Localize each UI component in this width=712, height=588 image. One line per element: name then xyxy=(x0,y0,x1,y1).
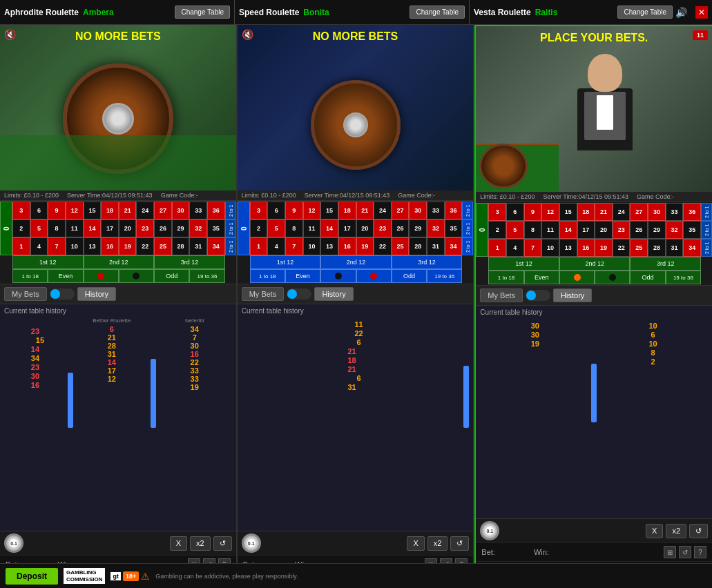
num2-17[interactable]: 17 xyxy=(338,219,356,237)
side-2to1-mid[interactable]: 2 to 1 xyxy=(225,219,236,237)
num2-22[interactable]: 22 xyxy=(374,237,392,255)
num2-19[interactable]: 19 xyxy=(356,237,374,255)
num2-25[interactable]: 25 xyxy=(392,237,410,255)
num2-3[interactable]: 3 xyxy=(250,202,268,219)
chance2-1to18[interactable]: 1 to 18 xyxy=(250,269,285,283)
chance3-even[interactable]: Even xyxy=(524,271,559,284)
dozen-1st-12-1[interactable]: 1st 12 xyxy=(12,255,84,269)
num-32[interactable]: 32 xyxy=(189,219,207,237)
num-6[interactable]: 6 xyxy=(30,202,48,219)
num2-15[interactable]: 15 xyxy=(320,202,338,219)
chance3-1to18[interactable]: 1 to 18 xyxy=(488,271,523,284)
chance2-black[interactable] xyxy=(320,269,356,283)
num-23[interactable]: 23 xyxy=(136,219,154,237)
num-10[interactable]: 10 xyxy=(66,237,84,255)
chip-3[interactable]: 0.1 xyxy=(480,521,499,540)
chance2-red[interactable] xyxy=(356,269,392,283)
num-33[interactable]: 33 xyxy=(189,202,207,219)
toggle-1[interactable] xyxy=(50,288,75,300)
chance3-red[interactable] xyxy=(559,271,595,284)
chance-1to18-1[interactable]: 1 to 18 xyxy=(12,269,48,283)
zero-cell-1[interactable]: 0 xyxy=(0,202,12,255)
num2-10[interactable]: 10 xyxy=(303,237,321,255)
num2-36[interactable]: 36 xyxy=(445,202,463,219)
icon-btn-3c[interactable]: ? xyxy=(694,546,706,558)
history-tab-3[interactable]: History xyxy=(553,288,592,302)
chance-black-1[interactable] xyxy=(119,269,154,283)
side2-2to1-bot[interactable]: 2 to 1 xyxy=(462,237,473,255)
icon-btn-3b[interactable]: ↺ xyxy=(679,546,691,558)
num-24[interactable]: 24 xyxy=(136,202,154,219)
num-29[interactable]: 29 xyxy=(172,219,190,237)
dozen-3rd-12-1[interactable]: 3rd 12 xyxy=(154,255,225,269)
num-2[interactable]: 2 xyxy=(12,219,30,237)
num2-30[interactable]: 30 xyxy=(409,202,427,219)
num-9[interactable]: 9 xyxy=(48,202,66,219)
num2-26[interactable]: 26 xyxy=(392,219,410,237)
num2-8[interactable]: 8 xyxy=(285,219,303,237)
num-31[interactable]: 31 xyxy=(189,237,207,255)
dozen2-2nd-12[interactable]: 2nd 12 xyxy=(320,255,392,269)
side-2to1-bot[interactable]: 2 to 1 xyxy=(225,237,236,255)
num2-29[interactable]: 29 xyxy=(409,219,427,237)
num2-21[interactable]: 21 xyxy=(356,202,374,219)
num2-28[interactable]: 28 xyxy=(409,237,427,255)
num-35[interactable]: 35 xyxy=(207,219,225,237)
num2-31[interactable]: 31 xyxy=(427,237,445,255)
num2-20[interactable]: 20 xyxy=(356,219,374,237)
chance-red-1[interactable] xyxy=(84,269,119,283)
clear-btn-3[interactable]: X xyxy=(646,524,663,538)
num-19[interactable]: 19 xyxy=(119,237,137,255)
double-btn-1[interactable]: x2 xyxy=(190,536,211,551)
side3-2to1-bot[interactable]: 2 to 1 xyxy=(701,239,712,257)
num-20[interactable]: 20 xyxy=(119,219,137,237)
undo-btn-1[interactable]: ↺ xyxy=(213,536,232,551)
num2-13[interactable]: 13 xyxy=(320,237,338,255)
deposit-button[interactable]: Deposit xyxy=(6,568,58,585)
num2-1[interactable]: 1 xyxy=(250,237,268,255)
num2-24[interactable]: 24 xyxy=(374,202,392,219)
num2-34[interactable]: 34 xyxy=(445,237,463,255)
clear-btn-2[interactable]: X xyxy=(407,536,424,551)
undo-btn-2[interactable]: ↺ xyxy=(450,536,469,551)
num2-6[interactable]: 6 xyxy=(267,202,285,219)
dozen2-1st-12[interactable]: 1st 12 xyxy=(250,255,321,269)
num-1[interactable]: 1 xyxy=(12,237,30,255)
num-27[interactable]: 27 xyxy=(154,202,172,219)
num2-33[interactable]: 33 xyxy=(427,202,445,219)
side2-2to1-mid[interactable]: 2 to 1 xyxy=(462,219,473,237)
chance-odd-1[interactable]: Odd xyxy=(154,269,189,283)
zero-cell-2[interactable]: 0 xyxy=(238,202,250,255)
side2-2to1-top[interactable]: 2 to 1 xyxy=(462,202,473,219)
num-18[interactable]: 18 xyxy=(101,202,119,219)
double-btn-3[interactable]: x2 xyxy=(666,524,686,538)
num2-27[interactable]: 27 xyxy=(392,202,410,219)
side-2to1-top[interactable]: 2 to 1 xyxy=(225,202,236,219)
dozen3-2nd-12[interactable]: 2nd 12 xyxy=(559,257,631,271)
num2-4[interactable]: 4 xyxy=(267,237,285,255)
num2-35[interactable]: 35 xyxy=(445,219,463,237)
num-25[interactable]: 25 xyxy=(154,237,172,255)
chance3-odd[interactable]: Odd xyxy=(630,271,665,284)
chance3-19to36[interactable]: 19 to 36 xyxy=(666,271,701,284)
toggle-3[interactable] xyxy=(526,290,550,301)
num-28[interactable]: 28 xyxy=(172,237,190,255)
dozen-2nd-12-1[interactable]: 2nd 12 xyxy=(84,255,155,269)
close-button[interactable]: ✕ xyxy=(695,6,708,19)
num-5[interactable]: 5 xyxy=(30,219,48,237)
num-36[interactable]: 36 xyxy=(207,202,225,219)
num-17[interactable]: 17 xyxy=(101,219,119,237)
my-bets-tab-3[interactable]: My Bets xyxy=(480,288,523,302)
chance3-black[interactable] xyxy=(595,271,630,284)
num2-18[interactable]: 18 xyxy=(338,202,356,219)
num-26[interactable]: 26 xyxy=(154,219,172,237)
history-tab-2[interactable]: History xyxy=(314,287,353,301)
num2-11[interactable]: 11 xyxy=(303,219,321,237)
double-btn-2[interactable]: x2 xyxy=(427,536,448,551)
num-7[interactable]: 7 xyxy=(48,237,66,255)
num-12[interactable]: 12 xyxy=(66,202,84,219)
side3-2to1-mid[interactable]: 2 to 1 xyxy=(701,221,712,239)
num2-32[interactable]: 32 xyxy=(427,219,445,237)
chance2-odd[interactable]: Odd xyxy=(392,269,427,283)
chance-19to36-1[interactable]: 19 to 36 xyxy=(189,269,224,283)
